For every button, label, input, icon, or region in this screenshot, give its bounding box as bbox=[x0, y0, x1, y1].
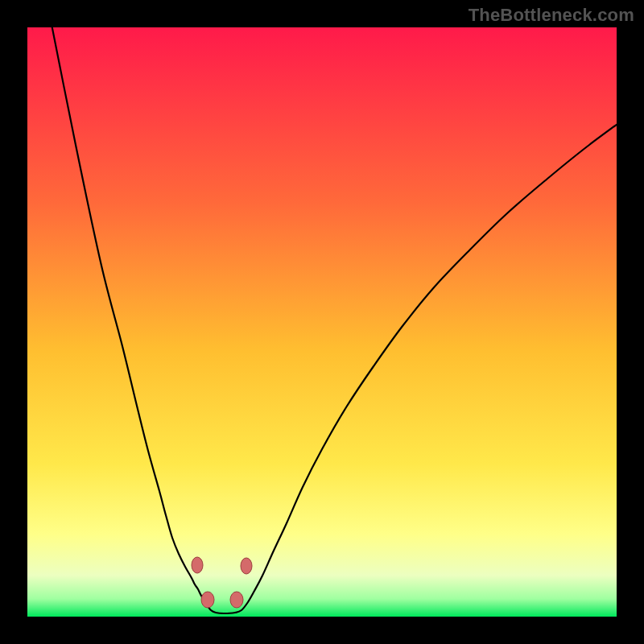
curve-marker bbox=[230, 592, 243, 608]
curve-marker bbox=[201, 592, 214, 608]
curve-marker bbox=[241, 558, 252, 574]
curve-marker bbox=[192, 557, 203, 573]
chart-container: { "watermark": "TheBottleneck.com", "col… bbox=[0, 0, 644, 644]
watermark-text: TheBottleneck.com bbox=[469, 5, 634, 26]
plot-svg bbox=[0, 0, 644, 644]
